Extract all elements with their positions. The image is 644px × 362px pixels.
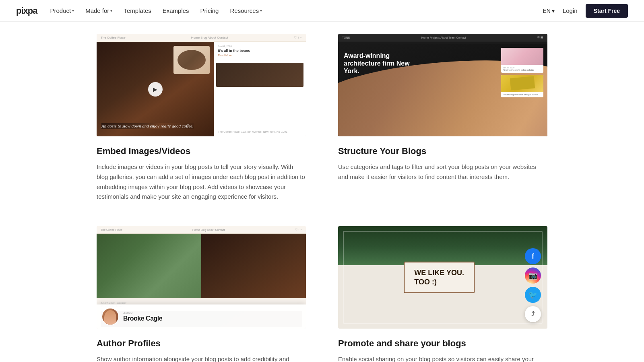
- mock-author-screen: The Coffee Place Home Blog About Contact…: [97, 226, 306, 329]
- mock-photo-coffee: [201, 234, 306, 298]
- nav-pricing[interactable]: Pricing: [200, 7, 219, 14]
- mock-body: ▶ An aosis to slow down and enjoy really…: [97, 42, 306, 136]
- features-grid: The Coffee Place Home Blog About Contact…: [97, 34, 547, 362]
- mock-social-icons: f 📷 🐦 ⤴: [525, 248, 541, 322]
- feature-structure-blogs: TONE Home Projects About Team Contact ⊞ …: [338, 34, 547, 202]
- mock-article: Jun 07, 2020 It's all in the beans Read …: [214, 42, 306, 60]
- feature-desc-social: Enable social sharing on your blog posts…: [338, 354, 547, 362]
- nav-made-for[interactable]: Made for ▾: [85, 7, 112, 14]
- author-avatar: [101, 308, 119, 325]
- chevron-down-icon: ▾: [72, 8, 74, 13]
- feature-title-social: Promote and share your blogs: [338, 338, 547, 349]
- mock-arch-screen: TONE Home Projects About Team Contact ⊞ …: [338, 34, 547, 136]
- instagram-icon: 📷: [525, 267, 541, 284]
- mock-author-topbar: The Coffee Place Home Blog About Contact…: [97, 226, 306, 234]
- feature-image-coffee: The Coffee Place Home Blog About Contact…: [97, 34, 306, 136]
- mock-green-foliage: [338, 226, 547, 267]
- feature-image-social: WE LIKE YOU. TOO :) f 📷 🐦: [338, 226, 547, 329]
- logo[interactable]: pixpa: [16, 6, 37, 16]
- mock-arch-card-1: Jun 25, 2020 Finding the right color pal…: [501, 48, 543, 73]
- chevron-down-icon: ▾: [552, 8, 555, 14]
- nav-left: pixpa Product ▾ Made for ▾ Templates Exa…: [16, 6, 262, 16]
- feature-desc-author: Show author information alongside your b…: [97, 354, 306, 362]
- chevron-down-icon: ▾: [110, 8, 112, 13]
- feature-desc-structure: Use categories and tags to filter and so…: [338, 162, 547, 182]
- mock-sidebar: Jun 07, 2020 It's all in the beans Read …: [214, 42, 306, 136]
- mock-arch-topbar: TONE Home Projects About Team Contact ⊞ …: [338, 34, 547, 41]
- feature-title-embed: Embed Images/Videos: [97, 146, 306, 156]
- mock-photo-grid: [97, 234, 306, 298]
- share-icon: ⤴: [525, 306, 541, 322]
- lang-switcher[interactable]: EN ▾: [543, 8, 554, 14]
- nav-links: Product ▾ Made for ▾ Templates Examples …: [50, 7, 262, 14]
- mock-arch-card-2: Reviewing the best design books: [501, 75, 543, 97]
- nav-product[interactable]: Product ▾: [50, 7, 74, 14]
- mock-author-bar: Author Brooke Cagle: [97, 304, 306, 329]
- mock-topbar: The Coffee Place Home Blog About Contact…: [97, 34, 306, 42]
- mock-social-screen: WE LIKE YOU. TOO :) f 📷 🐦: [338, 226, 547, 329]
- mock-quote: An aosis to slow down and enjoy really g…: [101, 123, 194, 129]
- twitter-icon: 🐦: [525, 287, 541, 303]
- feature-desc-embed: Include images or videos in your blog po…: [97, 162, 306, 202]
- main-content: The Coffee Place Home Blog About Contact…: [0, 0, 644, 362]
- mock-arch-heading: Award-winning architecture firm New York…: [344, 52, 416, 75]
- nav-examples[interactable]: Examples: [163, 7, 189, 14]
- mock-main-image: ▶ An aosis to slow down and enjoy really…: [97, 42, 214, 136]
- main-nav: pixpa Product ▾ Made for ▾ Templates Exa…: [0, 0, 644, 22]
- mock-arch-cards: Jun 25, 2020 Finding the right color pal…: [501, 48, 543, 97]
- feature-title-author: Author Profiles: [97, 338, 306, 349]
- facebook-icon: f: [525, 248, 541, 264]
- mock-thumbnail: [216, 63, 303, 87]
- author-info: Author Brooke Cagle: [123, 311, 162, 322]
- feature-author-profiles: The Coffee Place Home Blog About Contact…: [97, 226, 306, 362]
- mock-sign-board: WE LIKE YOU. TOO :): [404, 261, 475, 293]
- nav-resources[interactable]: Resources ▾: [230, 7, 262, 14]
- nav-templates[interactable]: Templates: [124, 7, 151, 14]
- feature-social-sharing: WE LIKE YOU. TOO :) f 📷 🐦: [338, 226, 547, 362]
- chevron-down-icon: ▾: [260, 8, 262, 13]
- nav-right: EN ▾ Login Start Free: [543, 4, 628, 18]
- feature-image-arch: TONE Home Projects About Team Contact ⊞ …: [338, 34, 547, 136]
- start-free-button[interactable]: Start Free: [586, 4, 628, 18]
- login-link[interactable]: Login: [563, 7, 578, 14]
- feature-embed-images-videos: The Coffee Place Home Blog About Contact…: [97, 34, 306, 202]
- mock-photo-plant: [97, 234, 201, 298]
- feature-title-structure: Structure Your Blogs: [338, 146, 547, 156]
- feature-image-author: The Coffee Place Home Blog About Contact…: [97, 226, 306, 329]
- play-button[interactable]: ▶: [148, 82, 163, 97]
- content-area: The Coffee Place Home Blog About Contact…: [80, 22, 564, 362]
